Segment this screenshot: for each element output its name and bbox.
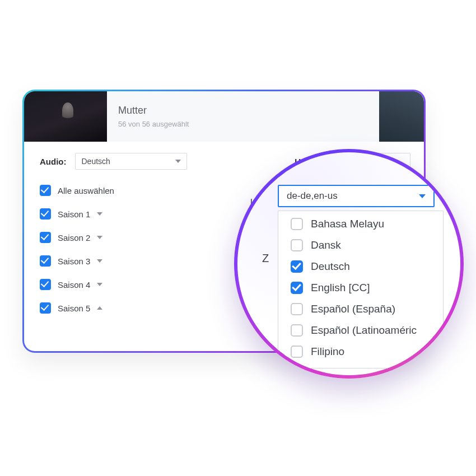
select-all-label: Alle auswählen [58, 186, 114, 195]
subtitle-options-list: Bahasa Melayu Dansk Deutsch English [CC]… [278, 211, 444, 368]
magnifier-content: de-de,en-us Bahasa Melayu Dansk Deutsch … [237, 152, 460, 375]
audio-label: Audio: [40, 157, 66, 166]
season-label: Saison 3 [58, 256, 90, 266]
subtitle-option[interactable]: Español (España) [278, 298, 443, 320]
checkbox-icon[interactable] [291, 260, 303, 273]
chevron-down-icon [97, 259, 102, 263]
media-backdrop [379, 91, 424, 142]
audio-dropdown[interactable]: Deutsch [75, 153, 187, 170]
media-header-text: Mutter 56 von 56 ausgewählt [107, 91, 200, 142]
subtitle-option[interactable]: Español (Latinoaméric [278, 320, 443, 341]
season-label: Saison 2 [58, 233, 90, 242]
checkbox-icon[interactable] [40, 232, 51, 243]
subtitle-dropdown-open[interactable]: de-de,en-us [278, 185, 435, 207]
subtitle-option[interactable]: Deutsch [278, 256, 443, 277]
subtitle-option[interactable]: English [CC] [278, 277, 443, 298]
caret-down-icon [419, 194, 426, 198]
season-label: Saison 5 [58, 304, 90, 313]
media-header: Mutter 56 von 56 ausgewählt [24, 91, 424, 142]
option-label: Español (Latinoaméric [311, 324, 417, 337]
option-label: English [CC] [311, 282, 370, 294]
option-label: Deutsch [311, 260, 350, 273]
checkbox-icon[interactable] [40, 302, 51, 314]
subtitle-dropdown-value: de-de,en-us [287, 190, 338, 202]
chevron-down-icon [97, 212, 102, 216]
checkbox-icon[interactable] [291, 282, 303, 294]
option-label: Español (España) [311, 303, 395, 315]
media-thumbnail [24, 91, 107, 142]
checkbox-icon[interactable] [291, 324, 303, 337]
subtitle-option[interactable]: Filipino [278, 341, 443, 362]
chevron-down-icon [97, 283, 102, 286]
checkbox-icon[interactable] [40, 208, 51, 220]
subtitle-option[interactable]: Bahasa Melayu [278, 213, 443, 235]
checkbox-icon[interactable] [291, 218, 303, 230]
checkbox-icon[interactable] [40, 185, 51, 196]
cancel-fragment: Z [262, 252, 269, 265]
checkbox-icon[interactable] [291, 303, 303, 315]
caret-down-icon [175, 160, 181, 163]
checkbox-icon[interactable] [40, 279, 51, 290]
option-label: Dansk [311, 239, 341, 251]
option-label: Bahasa Melayu [311, 218, 384, 230]
subtitle-option[interactable]: Dansk [278, 235, 443, 256]
checkbox-icon[interactable] [291, 239, 303, 251]
media-title: Mutter [118, 105, 189, 116]
audio-dropdown-value: Deutsch [81, 157, 110, 166]
magnifier-bubble: de-de,en-us Bahasa Melayu Dansk Deutsch … [234, 149, 464, 379]
checkbox-icon[interactable] [40, 255, 51, 267]
season-label: Saison 1 [58, 209, 90, 219]
chevron-down-icon [97, 236, 102, 239]
option-label: Filipino [311, 346, 344, 358]
season-label: Saison 4 [58, 280, 90, 290]
chevron-up-icon [97, 306, 102, 310]
checkbox-icon[interactable] [291, 346, 303, 358]
selection-count: 56 von 56 ausgewählt [118, 120, 189, 128]
